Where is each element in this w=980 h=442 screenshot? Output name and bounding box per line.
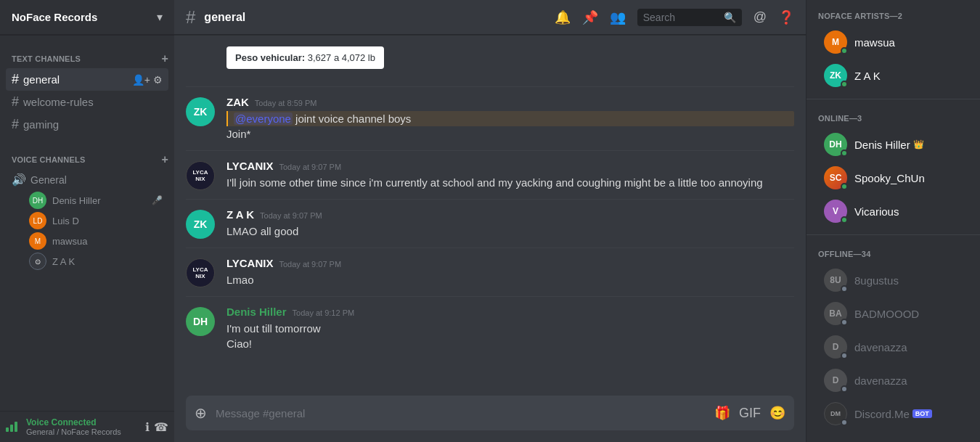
voice-bar-icons: ℹ ☎: [145, 420, 168, 434]
members-icon[interactable]: 👥: [610, 9, 626, 25]
member-item-denis[interactable]: DH Denis Hiller 👑: [818, 128, 974, 160]
member-item-zak-artist[interactable]: ZK Z A K: [818, 60, 974, 91]
crown-icon: 👑: [913, 139, 924, 150]
member-avatar-wrap-badmoood: BA: [824, 302, 847, 325]
chat-header-icons: 🔔 📌 👥 Search 🔍 @ ❓: [555, 9, 794, 26]
message-content-lycanix1: I'll join some other time since i'm curr…: [226, 175, 794, 190]
avatar-zak2: ZK: [186, 210, 215, 239]
disconnect-icon[interactable]: ☎: [154, 420, 168, 434]
text-channels-category[interactable]: TEXT CHANNELS +: [0, 41, 174, 68]
server-header[interactable]: NoFace Records ▾: [0, 0, 174, 35]
message-author-zak: ZAK: [226, 96, 249, 108]
member-item-davenazza1[interactable]: D davenazza: [818, 331, 974, 363]
channel-sidebar: NoFace Records ▾ TEXT CHANNELS + # gener…: [0, 0, 174, 442]
search-icon: 🔍: [724, 12, 736, 23]
tooltip-card: Peso vehicular: 3,627 a 4,072 lb: [226, 46, 384, 69]
chevron-down-icon: ▾: [157, 10, 163, 24]
channel-item-gaming[interactable]: # gaming: [6, 113, 168, 136]
voice-channel-general[interactable]: 🔊 General: [6, 169, 168, 190]
voice-channels-section: VOICE CHANNELS + 🔊 General DH Denis Hill…: [0, 142, 174, 271]
avatar: ⊙: [29, 253, 46, 270]
message-author-denis: Denis Hiller: [226, 306, 287, 318]
tooltip-label: Peso vehicular:: [235, 52, 305, 63]
member-avatar-wrap-zak: ZK: [824, 64, 847, 87]
mute-icon: 🎤: [152, 195, 163, 205]
voice-member-zak[interactable]: ⊙ Z A K: [6, 251, 168, 271]
voice-member-name-zak: Z A K: [52, 256, 75, 267]
search-placeholder: Search: [643, 12, 719, 23]
message-author-zak2: Z A K: [226, 208, 254, 221]
right-sidebar: NOFACE ARTISTS—2 M mawsua ZK Z A K ONLIN…: [806, 0, 980, 442]
member-name-spooky: Spooky_ChUn: [854, 172, 925, 184]
member-name-davenazza1: davenazza: [854, 341, 907, 353]
channel-icons: 👤+ ⚙: [132, 74, 163, 86]
settings-icon[interactable]: ⚙: [153, 74, 163, 86]
channel-item-general[interactable]: # general 👤+ ⚙: [6, 68, 168, 91]
member-avatar-wrap-8ugustus: 8U: [824, 269, 847, 292]
add-user-icon[interactable]: 👤+: [132, 74, 150, 86]
member-item-discordme[interactable]: DM Discord.Me BOT: [818, 398, 974, 430]
text-channels-section: TEXT CHANNELS + # general 👤+ ⚙ # welcome…: [0, 41, 174, 136]
message-divider3: [186, 199, 794, 200]
channel-name-general: general: [23, 73, 60, 86]
bot-badge: BOT: [912, 409, 932, 418]
voice-channel-name: General: [30, 174, 67, 186]
voice-member-denis[interactable]: DH Denis Hiller 🎤: [6, 190, 168, 210]
avatar-denis: DH: [186, 307, 215, 336]
message-content-zak1-line1: @everyone joint voice channel boys: [226, 111, 794, 126]
voice-connected-label: Voice Connected: [26, 417, 139, 427]
help-icon[interactable]: ❓: [778, 9, 794, 25]
chat-input-area: ⊕ 🎁 GIF 😊: [174, 396, 806, 442]
avatar-lycanix: LYCANIX: [186, 161, 215, 190]
message-divider4: [186, 247, 794, 248]
message-content-zak1-line2: Join*: [226, 126, 794, 142]
add-voice-channel-icon[interactable]: +: [161, 153, 168, 166]
channel-name-gaming: gaming: [23, 118, 59, 131]
member-item-badmoood[interactable]: BA BADMOOOD: [818, 298, 974, 330]
voice-member-name-mawsua: mawsua: [52, 236, 87, 247]
info-icon[interactable]: ℹ: [145, 420, 150, 434]
bell-icon[interactable]: 🔔: [555, 9, 571, 25]
message-body-zak2: Z A K Today at 9:07 PM LMAO all good: [226, 208, 794, 239]
voice-channels-label: VOICE CHANNELS: [12, 155, 85, 164]
member-item-davenazza2[interactable]: D davenazza: [818, 364, 974, 396]
message-header-lycanix1: LYCANIX Today at 9:07 PM: [226, 160, 794, 172]
status-badge-discordme: [841, 419, 848, 426]
chat-channel-name: general: [204, 11, 245, 24]
member-name-mawsua: mawsua: [854, 36, 895, 49]
status-badge-denis: [841, 150, 848, 157]
voice-member-mawsua[interactable]: M mawsua: [6, 231, 168, 251]
member-item-mawsua[interactable]: M mawsua: [818, 26, 974, 58]
message-header-zak2: Z A K Today at 9:07 PM: [226, 208, 794, 221]
voice-connected-server: General / NoFace Records: [26, 427, 139, 436]
voice-member-name-luisd: Luis D: [52, 216, 79, 226]
message-group-lycanix1: LYCANIX LYCANIX Today at 9:07 PM I'll jo…: [174, 157, 806, 193]
avatar-zak: ZK: [186, 97, 215, 126]
channel-item-welcome-rules[interactable]: # welcome-rules: [6, 91, 168, 113]
noface-artists-section: NOFACE ARTISTS—2 M mawsua ZK Z A K: [807, 0, 980, 96]
member-item-spooky[interactable]: SC Spooky_ChUn: [818, 162, 974, 194]
member-item-vicarious[interactable]: V Vicarious: [818, 195, 974, 227]
at-icon[interactable]: @: [754, 9, 767, 25]
voice-channels-category[interactable]: VOICE CHANNELS +: [0, 142, 174, 169]
add-file-icon[interactable]: ⊕: [195, 396, 207, 430]
member-avatar-wrap-davenazza2: D: [824, 369, 847, 392]
gif-icon[interactable]: GIF: [739, 406, 761, 421]
avatar: M: [29, 232, 46, 250]
voice-connected-bar: Voice Connected General / NoFace Records…: [0, 411, 174, 442]
message-group-zak1: ZK ZAK Today at 8:59 PM @everyone joint …: [174, 93, 806, 144]
chat-input[interactable]: [216, 398, 706, 428]
add-text-channel-icon[interactable]: +: [161, 52, 168, 65]
noface-artists-title: NOFACE ARTISTS—2: [818, 12, 974, 20]
message-body-zak1: ZAK Today at 8:59 PM @everyone joint voi…: [226, 96, 794, 142]
member-item-8ugustus[interactable]: 8U 8ugustus: [818, 264, 974, 296]
message-text: joint voice channel boys: [295, 112, 411, 125]
chat-input-right-icons: 🎁 GIF 😊: [714, 405, 785, 421]
voice-member-luisd[interactable]: LD Luis D: [6, 210, 168, 231]
pin-icon[interactable]: 📌: [582, 9, 598, 25]
emoji-icon[interactable]: 😊: [769, 405, 785, 421]
status-badge-badmoood: [841, 319, 848, 326]
gift-icon[interactable]: 🎁: [714, 405, 730, 421]
member-avatar-wrap-spooky: SC: [824, 166, 847, 189]
search-box[interactable]: Search 🔍: [637, 9, 742, 26]
